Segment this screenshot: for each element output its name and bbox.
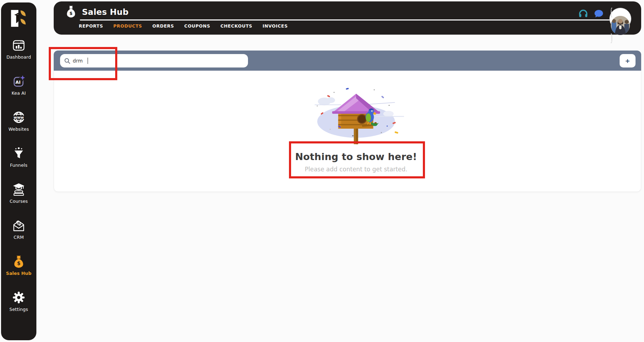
tab-checkouts[interactable]: CHECKOUTS <box>220 22 252 30</box>
products-toolbar: + <box>54 51 641 71</box>
sales-hub-header: $ Sales Hub REPORTS PRODUCTS ORDERS COUP… <box>54 1 641 35</box>
money-bag-icon: $ <box>65 5 77 19</box>
sidebar-item-label: Dashboard <box>6 54 31 60</box>
svg-text:$: $ <box>17 260 20 266</box>
graduation-books-icon <box>11 182 26 197</box>
header-actions <box>578 1 631 35</box>
search-icon <box>64 58 70 64</box>
tab-reports[interactable]: REPORTS <box>79 22 103 30</box>
gold-leaf <box>20 19 26 25</box>
sidebar-nav: Dashboard AI Kea AI <box>1 38 36 312</box>
sidebar-item-label: Courses <box>10 199 28 204</box>
globe-www-icon: www <box>11 110 26 125</box>
gold-leaf <box>20 10 26 16</box>
funnel-icon <box>11 146 26 161</box>
birdhouse-illustration <box>303 87 409 145</box>
sidebar-item-label: Kea AI <box>12 90 26 96</box>
sidebar-item-label: Settings <box>10 307 28 312</box>
money-bag-icon: $ <box>11 254 26 269</box>
sidebar-item-label: Websites <box>8 126 29 132</box>
kea-ai-icon: AI <box>11 74 26 89</box>
tab-products[interactable]: PRODUCTS <box>113 22 142 30</box>
sidebar: Dashboard AI Kea AI <box>1 2 36 340</box>
sidebar-item-kea-ai[interactable]: AI Kea AI <box>1 74 36 96</box>
chat-bubble-icon[interactable] <box>594 9 604 19</box>
search-input[interactable] <box>73 58 85 64</box>
sidebar-item-courses[interactable]: Courses <box>1 182 36 204</box>
add-product-button[interactable]: + <box>620 54 636 67</box>
envelope-gear-icon <box>11 218 26 233</box>
svg-text:$: $ <box>70 11 73 16</box>
cloud <box>383 111 394 117</box>
svg-text:AI: AI <box>16 79 21 85</box>
empty-state-subtitle: Please add content to get started. <box>257 166 455 173</box>
sidebar-item-websites[interactable]: www Websites <box>1 110 36 132</box>
avatar-ring <box>611 8 630 43</box>
header-tabs: REPORTS PRODUCTS ORDERS COUPONS CHECKOUT… <box>79 22 288 30</box>
sidebar-item-dashboard[interactable]: Dashboard <box>1 38 36 60</box>
svg-text:www: www <box>13 115 24 119</box>
gear-icon <box>11 290 26 305</box>
headphones-icon[interactable] <box>578 9 588 19</box>
kea-bird-logo[interactable] <box>8 8 29 29</box>
sidebar-item-sales-hub[interactable]: $ Sales Hub <box>1 254 36 276</box>
tab-coupons[interactable]: COUPONS <box>184 22 210 30</box>
sidebar-item-funnels[interactable]: Funnels <box>1 146 36 168</box>
dashboard-icon <box>11 38 26 53</box>
user-avatar[interactable] <box>609 8 631 30</box>
sidebar-item-crm[interactable]: CRM <box>1 218 36 240</box>
cloud <box>318 97 335 105</box>
empty-state: Nothing to show here! Please add content… <box>257 87 455 173</box>
sidebar-item-label: Sales Hub <box>6 271 31 276</box>
tab-invoices[interactable]: INVOICES <box>262 22 288 30</box>
page-title: Sales Hub <box>82 7 129 17</box>
product-search[interactable] <box>60 54 248 67</box>
tab-orders[interactable]: ORDERS <box>152 22 174 30</box>
text-caret <box>88 58 88 64</box>
empty-state-title: Nothing to show here! <box>257 151 455 162</box>
app-window: Dashboard AI Kea AI <box>0 0 644 342</box>
sidebar-item-settings[interactable]: Settings <box>1 290 36 312</box>
sidebar-item-label: CRM <box>14 235 24 240</box>
title-underline <box>80 19 614 20</box>
sidebar-item-label: Funnels <box>10 163 27 168</box>
